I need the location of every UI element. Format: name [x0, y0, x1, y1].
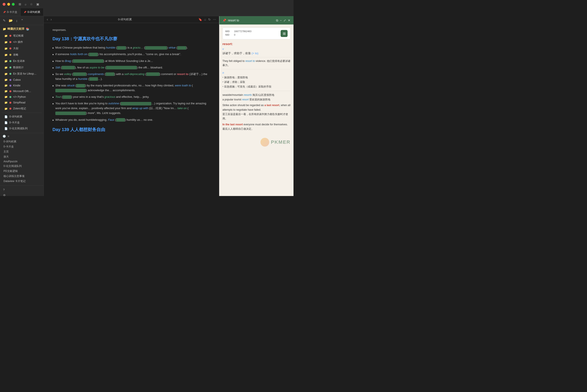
sidebar-item-cubox[interactable]: 📁 Cubox: [1, 77, 43, 82]
new-folder-icon[interactable]: 📂: [8, 18, 13, 23]
bullet-item-6: She was struck ( ) by the many talented …: [52, 82, 210, 94]
sidebar-item-zotero[interactable]: 📁 Zotero笔记: [1, 106, 43, 112]
continuation-text: responses.: [52, 27, 210, 32]
sidebar-item-python[interactable]: 📁 </> Python: [1, 94, 43, 100]
folder-icon[interactable]: ⊞: [18, 2, 21, 6]
sidebar-toggle-icon[interactable]: ▣: [36, 2, 39, 6]
link-tout: Tout: [55, 95, 61, 98]
refresh-icon[interactable]: ↻: [208, 18, 211, 21]
mid-value: 1667727862483: [234, 30, 251, 32]
edit-icon[interactable]: ✎: [2, 18, 6, 23]
file-icon-vocab: 📄: [4, 115, 8, 118]
python-dot: [9, 96, 11, 98]
forward-button[interactable]: ›: [50, 18, 52, 22]
link-struck: struck: [67, 84, 74, 87]
panel-expand-button[interactable]: ⤢: [283, 18, 286, 22]
day138-bullets: Most Chinese people believe that being h…: [52, 44, 210, 123]
history-item-flashcard[interactable]: 0-卡片盒: [3, 144, 41, 149]
history-item-pd[interactable]: PD文献逻辑: [3, 169, 41, 174]
history-item-vocab[interactable]: 0-词句积累: [3, 139, 41, 144]
sidebar-item-notes-search[interactable]: 📁 笔记检索: [1, 33, 43, 39]
window-icon[interactable]: ⧉: [276, 18, 278, 22]
link-take-on: take on: [177, 106, 187, 110]
bullet-item-1: Most Chinese people believe that being h…: [52, 44, 210, 51]
sidebar: ✎ 📂 ↕ ⌃ 📁 蜂羹的文献库 📚 📁 笔记检索 📁 </> 插件 📁 大创 …: [0, 16, 44, 196]
bullet-item-2: if someone holds forth on ( ) his accomp…: [52, 51, 210, 58]
example-sentence-v: They felt obliged to resort to violence.…: [222, 57, 290, 68]
sidebar-item-dachuang[interactable]: 📁 大创: [1, 46, 43, 52]
tab-flashcard-label: 0-卡片盒: [7, 10, 17, 14]
sort-icon[interactable]: ↕: [15, 18, 18, 23]
folder-icon-python: 📁: [4, 96, 8, 98]
sidebar-bottom-settings[interactable]: ⚙: [0, 192, 43, 196]
sidebar-library[interactable]: 📁 蜂羹的文献库 📚: [0, 25, 43, 32]
kindle-dot: [9, 85, 11, 86]
pkmer-text: PKMER: [271, 139, 290, 145]
more-icon[interactable]: ⋯: [213, 18, 216, 21]
gonglve-dot: [9, 54, 11, 56]
search-icon[interactable]: ⌕: [25, 2, 26, 6]
sidebar-bottom-help[interactable]: ?: [0, 187, 43, 192]
bullet-item-3: How to Brag ( ) at Work Without Sounding…: [52, 58, 210, 64]
sidebar-item-stats[interactable]: 📁 数据统计: [1, 64, 43, 70]
history-item-dataview[interactable]: Dataview 卡片笔记: [3, 179, 41, 184]
link-holds-forth: holds forth on: [70, 52, 87, 56]
sidebar-item-vocab[interactable]: 📁 En 生词本: [1, 58, 43, 64]
content-area: ‹ › 0-词句积累 🔖 ⌂ ↻ ⋯ responses. Day 138：宁愿…: [44, 16, 219, 196]
bullet-item-4: Still ( ), few of us aspire to be ( ) th…: [52, 64, 210, 71]
sidebar-item-simpread[interactable]: 📁 SimpRead: [1, 100, 43, 105]
sidebar-item-english[interactable]: 📁 En 英语 for Lifesp…: [1, 71, 43, 77]
tab-vocabulary[interactable]: 📌 0-词句积累: [20, 8, 44, 16]
home-icon[interactable]: ⌂: [204, 18, 206, 21]
folder-icon-english: 📁: [4, 72, 8, 76]
sidebar-item-gonglve[interactable]: 📁 攻略: [1, 52, 43, 58]
content-scroll[interactable]: responses. Day 138：宁愿真吹牛也不凡尔赛 Most Chine…: [44, 23, 219, 196]
day138-heading: Day 138：宁愿真吹牛也不凡尔赛: [52, 36, 210, 42]
folder-icon-notes: 📁: [4, 34, 8, 38]
pos-n-label: n: [222, 69, 290, 74]
maximize-button[interactable]: [12, 3, 15, 6]
sidebar-item-msoffice[interactable]: 📁 Microsoft Offi…: [1, 88, 43, 94]
expand-icon[interactable]: ⌃: [20, 18, 24, 23]
folder-icon-zotero: 📁: [4, 107, 8, 110]
close-button[interactable]: [3, 3, 5, 6]
layers-button[interactable]: ⊞: [281, 30, 288, 37]
bullet-item-5: So we volley ( ) compliments ( ) with a …: [52, 71, 210, 82]
sidebar-item-kindle[interactable]: 📁 Kindle: [1, 83, 43, 88]
sidebar-item-plugins[interactable]: 📁 </> 插件: [1, 39, 43, 45]
sidebar-top-icons: ✎ 📂 ↕ ⌃: [0, 16, 43, 25]
word-colon: :: [232, 42, 233, 46]
panel-close-button[interactable]: ✕: [288, 18, 290, 22]
history-item-anu[interactable]: AnuPpuccin: [3, 159, 41, 164]
folder-icon-dachuang: 📁: [4, 47, 8, 50]
bullet-item-8: You don't have to look like you're tryin…: [52, 100, 210, 116]
folder-icon-vocab: 📁: [4, 60, 8, 63]
history-item-core-training[interactable]: 核心训练注意事项: [3, 174, 41, 179]
folder-icon-cubox: 📁: [4, 78, 8, 82]
settings-icon: ⚙: [3, 194, 6, 196]
dachuang-dot: [9, 48, 11, 50]
back-button[interactable]: ‹: [47, 18, 48, 22]
history-item-zoom[interactable]: 放大: [3, 154, 41, 159]
panel-minimize-button[interactable]: −: [280, 18, 282, 22]
link-gracious-2: gracious: [104, 95, 115, 98]
link-still: Still: [55, 66, 60, 69]
last-resort-2: In the last resort: [222, 123, 243, 126]
pin-icon: 📌: [222, 18, 226, 22]
tab-flashcard[interactable]: 📌 0-卡片盒: [0, 8, 20, 16]
star-icon[interactable]: ☆: [30, 2, 33, 6]
bullet-dot-7: [52, 97, 53, 98]
link-humble: humble: [106, 46, 115, 49]
tab-vocabulary-label: 0-词句积累: [27, 10, 40, 14]
history-item-reading-queue[interactable]: 0-论文阅读队列: [3, 164, 41, 169]
bookmark-icon[interactable]: 🔖: [198, 18, 202, 21]
bullet-dot-8: [52, 103, 53, 104]
link-compliments: compliments: [88, 72, 104, 76]
minimize-button[interactable]: [7, 3, 10, 6]
main-layout: ✎ 📂 ↕ ⌃ 📁 蜂羹的文献库 📚 📁 笔记检索 📁 </> 插件 📁 大创 …: [0, 16, 293, 196]
history-item-home[interactable]: 主页: [3, 149, 41, 154]
sidebar-file-reading[interactable]: 📄 0-论文阅读队列: [0, 126, 43, 132]
sidebar-file-flashcard[interactable]: 📄 0-卡片盒: [0, 120, 43, 126]
redacted-4b: [106, 66, 137, 69]
sidebar-file-vocabulary[interactable]: 📄 0-词句积累: [0, 114, 43, 120]
